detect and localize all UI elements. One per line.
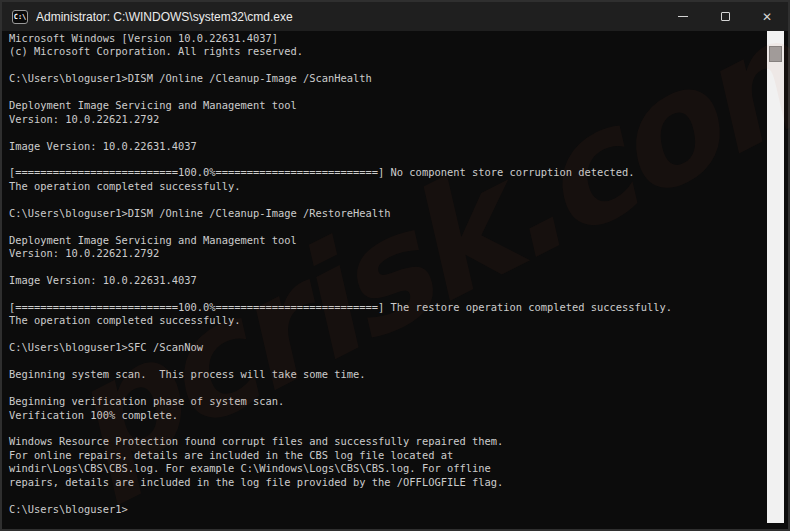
terminal-line: Beginning system scan. This process will… — [9, 368, 767, 381]
scrollbar[interactable] — [767, 31, 784, 523]
terminal-line: Image Version: 10.0.22631.4037 — [9, 140, 767, 153]
maximize-icon — [721, 12, 730, 21]
terminal-line: For online repairs, details are included… — [9, 449, 767, 462]
terminal-line: (c) Microsoft Corporation. All rights re… — [9, 45, 767, 58]
terminal-line — [9, 422, 767, 435]
terminal-line: Deployment Image Servicing and Managemen… — [9, 234, 767, 247]
terminal-line — [9, 86, 767, 99]
terminal-line: Windows Resource Protection found corrup… — [9, 435, 767, 448]
close-button[interactable]: ✕ — [746, 2, 788, 31]
terminal-line: C:\Users\bloguser1> — [9, 503, 767, 516]
terminal-line — [9, 59, 767, 72]
terminal-line: Beginning verification phase of system s… — [9, 395, 767, 408]
terminal-line: Deployment Image Servicing and Managemen… — [9, 99, 767, 112]
terminal-line: Version: 10.0.22621.2792 — [9, 247, 767, 260]
terminal-line — [9, 153, 767, 166]
maximize-button[interactable] — [704, 2, 746, 31]
terminal-line — [9, 193, 767, 206]
terminal-output[interactable]: Microsoft Windows [Version 10.0.22631.40… — [2, 31, 767, 529]
minimize-button[interactable] — [662, 2, 704, 31]
terminal-line: [==========================100.0%=======… — [9, 166, 767, 179]
terminal-line — [9, 355, 767, 368]
cmd-icon: C:\ — [12, 10, 28, 24]
terminal-line: [==========================100.0%=======… — [9, 301, 767, 314]
terminal-line: C:\Users\bloguser1>SFC /ScanNow — [9, 341, 767, 354]
terminal-line — [9, 261, 767, 274]
title-bar[interactable]: C:\ Administrator: C:\WINDOWS\system32\c… — [2, 2, 788, 31]
terminal-line: repairs, details are included in the log… — [9, 476, 767, 489]
terminal-line: C:\Users\bloguser1>DISM /Online /Cleanup… — [9, 72, 767, 85]
close-icon: ✕ — [762, 11, 772, 23]
terminal-line — [9, 220, 767, 233]
terminal-line: Version: 10.0.22621.2792 — [9, 113, 767, 126]
terminal-line: The operation completed successfully. — [9, 180, 767, 193]
minimize-icon — [678, 16, 688, 17]
terminal-line: Microsoft Windows [Version 10.0.22631.40… — [9, 32, 767, 45]
terminal-area: Microsoft Windows [Version 10.0.22631.40… — [2, 31, 788, 529]
window-title: Administrator: C:\WINDOWS\system32\cmd.e… — [36, 10, 293, 24]
terminal-line — [9, 288, 767, 301]
terminal-line: windir\Logs\CBS\CBS.log. For example C:\… — [9, 462, 767, 475]
terminal-line: The operation completed successfully. — [9, 314, 767, 327]
terminal-line — [9, 328, 767, 341]
cmd-window: C:\ Administrator: C:\WINDOWS\system32\c… — [0, 0, 790, 531]
terminal-line: C:\Users\bloguser1>DISM /Online /Cleanup… — [9, 207, 767, 220]
terminal-line — [9, 382, 767, 395]
terminal-line — [9, 126, 767, 139]
terminal-line: Image Version: 10.0.22631.4037 — [9, 274, 767, 287]
terminal-line — [9, 489, 767, 502]
terminal-line: Verification 100% complete. — [9, 409, 767, 422]
scrollbar-thumb[interactable] — [769, 46, 782, 62]
window-controls: ✕ — [662, 2, 788, 31]
